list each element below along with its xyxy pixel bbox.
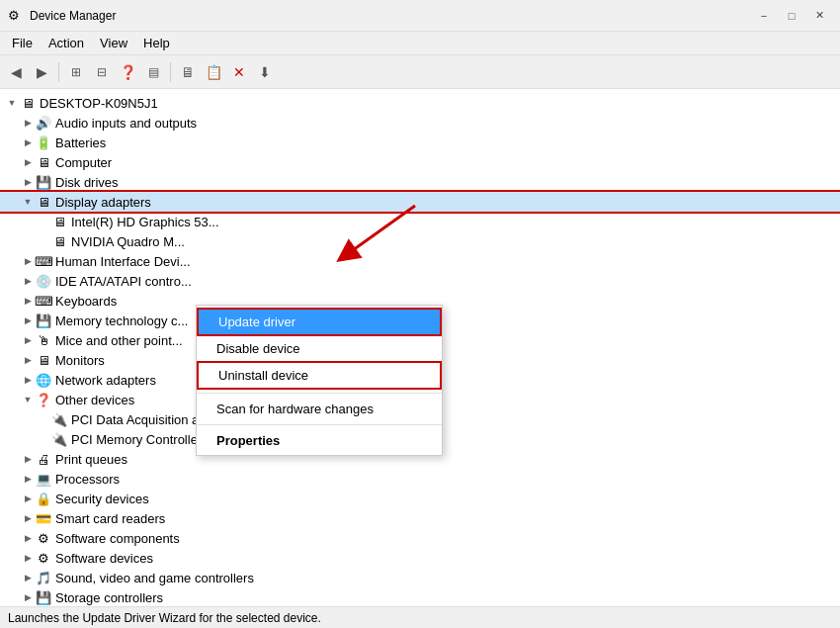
toolbar-help[interactable]: ❓ [116,60,139,84]
toolbar-scan[interactable]: ⬇ [253,60,277,84]
security-icon: 🔒 [36,491,51,506]
tree-item-security[interactable]: ▶ 🔒 Security devices [0,489,840,508]
menu-bar: File Action View Help [0,32,840,55]
toolbar-add[interactable]: 🖥 [176,60,200,84]
softdev-icon: ⚙ [36,550,51,566]
toolbar-back[interactable]: ◀ [4,60,28,84]
proc-icon: 💻 [36,471,51,487]
tree-item-computer[interactable]: ▶ 🖥 Computer [0,152,840,172]
nvidia-icon: 🖥 [51,233,67,249]
menu-view[interactable]: View [92,34,135,52]
sound-icon: 🎵 [36,570,51,585]
storage-icon: 💾 [36,589,51,605]
nvidia-expand-icon [36,233,51,249]
intel-label: Intel(R) HD Graphics 53... [71,215,219,229]
display-expand-icon: ▼ [20,194,36,210]
context-menu-disable-device[interactable]: Disable device [197,336,442,361]
tree-item-hid[interactable]: ▶ ⌨ Human Interface Devi... [0,251,840,271]
computer-expand-icon: ▶ [20,154,36,170]
other-icon: ❓ [36,392,51,407]
tree-panel[interactable]: ▼ 🖥 DESKTOP-K09N5J1 ▶ 🔊 Audio inputs and… [0,89,840,606]
title-bar: ⚙ Device Manager − □ ✕ [0,0,840,32]
print-label: Print queues [55,452,127,467]
softcomp-expand-icon: ▶ [20,530,36,546]
tree-item-disk[interactable]: ▶ 💾 Disk drives [0,172,840,192]
tree-item-sound[interactable]: ▶ 🎵 Sound, video and game controllers [0,568,840,587]
context-menu[interactable]: Update driver Disable device Uninstall d… [196,305,443,456]
ide-expand-icon: ▶ [20,273,36,289]
toolbar-list[interactable]: ▤ [141,60,165,84]
display-label: Display adapters [55,195,151,210]
tree-root[interactable]: ▼ 🖥 DESKTOP-K09N5J1 [0,93,840,113]
tree-item-batteries[interactable]: ▶ 🔋 Batteries [0,133,840,152]
toolbar-properties[interactable]: ⊞ [64,60,88,84]
softcomp-label: Software components [55,531,180,546]
audio-label: Audio inputs and outputs [55,116,197,131]
context-menu-uninstall-device[interactable]: Uninstall device [197,361,442,390]
tree-item-audio[interactable]: ▶ 🔊 Audio inputs and outputs [0,113,840,133]
context-menu-update-driver[interactable]: Update driver [197,308,442,336]
close-button[interactable]: ✕ [806,6,832,26]
batteries-icon: 🔋 [36,135,51,150]
menu-action[interactable]: Action [41,34,92,52]
toolbar-separator-1 [58,62,59,82]
window-controls: − □ ✕ [751,6,832,26]
network-icon: 🌐 [36,372,51,388]
mice-expand-icon: ▶ [20,332,36,348]
main-content: ▼ 🖥 DESKTOP-K09N5J1 ▶ 🔊 Audio inputs and… [0,89,840,606]
softdev-expand-icon: ▶ [20,550,36,566]
nvidia-label: NVIDIA Quadro M... [71,234,185,249]
print-icon: 🖨 [36,451,51,467]
app-icon: ⚙ [8,8,24,24]
root-expand-icon: ▼ [4,95,20,111]
disk-expand-icon: ▶ [20,174,36,190]
context-menu-properties[interactable]: Properties [197,428,442,453]
mice-label: Mice and other point... [55,333,183,348]
display-icon: 🖥 [36,194,51,210]
tree-item-storage[interactable]: ▶ 💾 Storage controllers [0,587,840,606]
computer-icon: 🖥 [36,154,51,170]
toolbar-remove[interactable]: ✕ [227,60,251,84]
hid-icon: ⌨ [36,253,51,269]
monitors-expand-icon: ▶ [20,352,36,368]
disk-label: Disk drives [55,175,119,190]
minimize-button[interactable]: − [751,6,777,26]
tree-item-ide[interactable]: ▶ 💿 IDE ATA/ATAPI contro... [0,271,840,291]
tree-item-softdev[interactable]: ▶ ⚙ Software devices [0,548,840,568]
smartcard-expand-icon: ▶ [20,510,36,526]
tree-item-proc[interactable]: ▶ 💻 Processors [0,469,840,489]
disk-icon: 💾 [36,174,51,190]
tree-item-softcomp[interactable]: ▶ ⚙ Software components [0,528,840,548]
root-computer-icon: 🖥 [20,95,36,111]
other-expand-icon: ▼ [20,392,36,407]
menu-file[interactable]: File [4,34,41,52]
tree-item-display[interactable]: ▼ 🖥 Display adapters [0,192,840,212]
mice-icon: 🖱 [36,332,51,348]
tree-item-nvidia[interactable]: 🖥 NVIDIA Quadro M... [0,231,840,251]
smartcard-label: Smart card readers [55,511,165,526]
sound-label: Sound, video and game controllers [55,571,254,585]
proc-label: Processors [55,472,120,487]
menu-help[interactable]: Help [135,34,178,52]
toolbar-separator-2 [170,62,171,82]
toolbar-uninstall[interactable]: 📋 [202,60,225,84]
root-label: DESKTOP-K09N5J1 [40,96,158,111]
storage-label: Storage controllers [55,590,163,605]
tree-item-intel[interactable]: 🖥 Intel(R) HD Graphics 53... [0,212,840,231]
tree-item-smartcard[interactable]: ▶ 💳 Smart card readers [0,508,840,528]
window-title: Device Manager [30,9,751,23]
toolbar-forward[interactable]: ▶ [30,60,53,84]
pci-dsp-icon: 🔌 [51,411,67,427]
context-menu-separator [197,393,442,394]
maximize-button[interactable]: □ [779,6,804,26]
keyboards-icon: ⌨ [36,293,51,309]
intel-expand-icon [36,214,51,229]
context-menu-scan[interactable]: Scan for hardware changes [197,397,442,421]
batteries-expand-icon: ▶ [20,135,36,150]
audio-expand-icon: ▶ [20,115,36,131]
toolbar-update[interactable]: ⊟ [90,60,114,84]
softcomp-icon: ⚙ [36,530,51,546]
softdev-label: Software devices [55,551,153,566]
storage-expand-icon: ▶ [20,589,36,605]
pci-mem-label: PCI Memory Controller [71,432,202,447]
